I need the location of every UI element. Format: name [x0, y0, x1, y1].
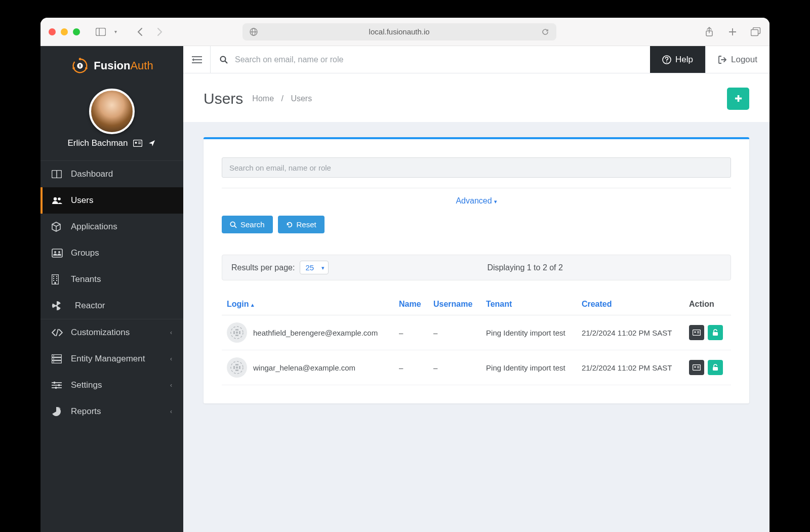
svg-line-57 [234, 226, 236, 228]
topbar-search [211, 55, 650, 64]
share-icon[interactable] [704, 26, 715, 37]
svg-point-12 [85, 67, 88, 69]
app-frame: FusionAuth Erlich Bachman DashboardUsers… [40, 46, 770, 532]
svg-rect-35 [55, 282, 56, 284]
svg-rect-19 [138, 142, 141, 142]
help-button[interactable]: Help [650, 46, 705, 73]
search-button[interactable]: Search [222, 216, 273, 233]
page-header: Users Home / Users ✚ [183, 73, 770, 122]
user-avatar[interactable] [89, 89, 135, 134]
breadcrumb-current: Users [291, 94, 312, 103]
manage-user-button[interactable] [689, 360, 704, 375]
svg-rect-71 [233, 366, 235, 369]
sidebar-item-reports[interactable]: Reports‹ [40, 398, 183, 425]
breadcrumb-home[interactable]: Home [252, 94, 274, 103]
svg-point-26 [54, 251, 56, 253]
search-icon [220, 56, 228, 64]
sidebar-item-label: Tenants [71, 274, 101, 284]
sidebar-item-dashboard[interactable]: Dashboard [40, 161, 183, 187]
svg-rect-30 [56, 276, 57, 277]
tabs-icon[interactable] [750, 26, 761, 37]
svg-rect-61 [239, 331, 240, 334]
cell-tenant: Ping Identity import test [481, 315, 577, 350]
cell-name: – [394, 350, 428, 385]
sidebar-item-settings[interactable]: Settings‹ [40, 372, 183, 398]
cell-username: – [428, 350, 481, 385]
browser-titlebar: ▾ local.fusionauth.io [40, 18, 770, 46]
chevron-left-icon: ‹ [170, 355, 172, 362]
logout-label: Logout [731, 55, 757, 65]
location-arrow-icon[interactable] [147, 139, 156, 148]
col-action: Action [684, 294, 731, 315]
sidebar-item-users[interactable]: Users [40, 187, 183, 214]
minimize-window-icon[interactable] [61, 28, 68, 35]
svg-rect-31 [53, 278, 54, 279]
svg-rect-74 [236, 366, 238, 369]
logout-button[interactable]: Logout [705, 46, 770, 73]
toolbar-dropdown-icon[interactable]: ▾ [114, 29, 117, 34]
col-name[interactable]: Name [394, 294, 428, 315]
back-icon[interactable] [134, 26, 145, 37]
maximize-window-icon[interactable] [73, 28, 80, 35]
svg-point-40 [53, 355, 54, 356]
collapse-sidebar-icon[interactable] [183, 46, 211, 73]
svg-rect-34 [56, 280, 57, 281]
help-icon [662, 55, 671, 64]
reload-icon[interactable] [541, 28, 549, 36]
help-label: Help [675, 55, 693, 65]
address-bar[interactable]: local.fusionauth.io [242, 23, 556, 40]
svg-rect-70 [235, 364, 238, 365]
sidebar-item-tenants[interactable]: Tenants [40, 266, 183, 293]
unlock-icon [712, 329, 718, 336]
chevron-left-icon: ‹ [170, 329, 172, 336]
svg-point-41 [53, 358, 54, 359]
manage-user-button[interactable] [689, 325, 704, 340]
close-window-icon[interactable] [49, 28, 56, 35]
col-tenant[interactable]: Tenant [481, 294, 577, 315]
col-created[interactable]: Created [577, 294, 684, 315]
advanced-toggle[interactable]: Advanced▾ [456, 196, 497, 205]
browser-window: ▾ local.fusionauth.io [40, 18, 770, 532]
sidebar-item-label: Groups [71, 248, 99, 258]
id-card-icon[interactable] [133, 139, 142, 148]
svg-rect-60 [233, 331, 235, 334]
svg-point-65 [694, 331, 696, 333]
user-identicon [227, 357, 247, 378]
display-count: Displaying 1 to 2 of 2 [487, 263, 562, 272]
main: Help Logout Users Home / Users ✚ [183, 46, 770, 532]
cell-created: 21/2/2024 11:02 PM SAST [577, 315, 684, 350]
code-icon [52, 329, 63, 336]
sidebar-item-label: Reports [71, 406, 101, 417]
add-user-button[interactable]: ✚ [727, 88, 749, 110]
reset-button[interactable]: Reset [278, 216, 325, 233]
search-buttons: Search Reset [222, 216, 731, 233]
login-email: wingar_helena@example.com [253, 363, 355, 372]
sidebar-item-customizations[interactable]: Customizations‹ [40, 319, 183, 346]
svg-rect-66 [697, 332, 700, 332]
sidebar-item-groups[interactable]: Groups [40, 240, 183, 266]
forward-icon[interactable] [154, 26, 166, 37]
panel-search-input[interactable] [222, 157, 731, 178]
radiation-icon [52, 301, 63, 311]
sidebar-item-reactor[interactable]: Reactor [40, 293, 183, 319]
advanced-row: Advanced▾ [222, 188, 731, 206]
svg-rect-32 [56, 278, 57, 279]
svg-rect-63 [236, 332, 238, 334]
sidebar-item-entity-management[interactable]: Entity Management‹ [40, 346, 183, 372]
col-login[interactable]: Login ▴ [222, 294, 394, 315]
sidebar-toggle-icon[interactable] [95, 26, 106, 37]
topbar-search-input[interactable] [235, 55, 641, 64]
cell-name: – [394, 315, 428, 350]
sidebar: FusionAuth Erlich Bachman DashboardUsers… [40, 46, 183, 532]
svg-point-52 [221, 56, 226, 61]
unlock-user-button[interactable] [708, 325, 723, 340]
sidebar-item-label: Dashboard [71, 169, 113, 179]
user-name: Erlich Bachman [67, 138, 128, 148]
new-tab-icon[interactable] [727, 26, 738, 37]
sidebar-item-applications[interactable]: Applications [40, 214, 183, 240]
per-page-select[interactable]: 25 [300, 261, 329, 274]
logo[interactable]: FusionAuth [40, 46, 183, 80]
unlock-user-button[interactable] [708, 360, 723, 375]
groups-icon [52, 249, 63, 258]
col-username[interactable]: Username [428, 294, 481, 315]
